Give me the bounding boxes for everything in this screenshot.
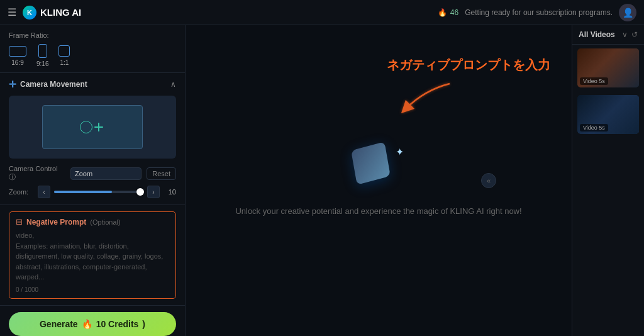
left-sidebar: Frame Ratio: 16:9 9:16 1:1 [0, 25, 186, 336]
negative-prompt-section: ⊟ Negative Prompt (Optional) video, Exam… [0, 205, 185, 305]
chevron-down-icon[interactable]: ∨ [622, 30, 628, 39]
arrow-svg [399, 81, 475, 118]
sparkle-icon: ✦ [396, 146, 404, 158]
negative-prompt-box[interactable]: ⊟ Negative Prompt (Optional) video, Exam… [9, 211, 176, 299]
zoom-thumb [136, 188, 144, 196]
frame-ratio-section: Frame Ratio: 16:9 9:16 1:1 [0, 25, 185, 73]
cube-shape [351, 142, 391, 185]
negative-placeholder-line1: video, [16, 232, 34, 239]
topnav: ☰ K KLING AI 🔥 46 Getting ready for our … [0, 0, 644, 25]
camera-preview [9, 96, 176, 159]
all-videos-label[interactable]: All Videos [579, 30, 615, 39]
generate-flame-icon: 🔥 [82, 319, 92, 329]
notification-text: Getting ready for our subscription progr… [465, 8, 613, 17]
right-sidebar-header: All Videos ∨ ↺ [572, 25, 644, 45]
empty-state: ✦ Unlock your creative potential and exp… [235, 146, 521, 216]
generate-credits: 10 Credits [96, 319, 139, 329]
video-thumbnail-2[interactable]: Video 5s [577, 95, 639, 134]
frame-ratio-label: Frame Ratio: [9, 31, 176, 39]
negative-icon: ⊟ [16, 217, 23, 227]
magic-cube-visual: ✦ [353, 146, 404, 196]
zoom-row: Zoom: ‹ › 10 [9, 186, 176, 198]
generate-label: Generate [40, 319, 78, 329]
camera-movement-section: ✛ Camera Movement ∧ Camera Control ⓘ Zoo… [0, 73, 185, 205]
negative-prompt-header: ⊟ Negative Prompt (Optional) [16, 217, 169, 227]
camera-preview-inner [42, 105, 143, 149]
ratio-icon-916 [38, 44, 47, 58]
ratio-916[interactable]: 9:16 [36, 44, 48, 67]
negative-counter: 0 / 1000 [16, 286, 169, 293]
ratio-169[interactable]: 16:9 [9, 46, 26, 66]
ratio-11[interactable]: 1:1 [58, 45, 70, 66]
ratio-icon-169 [9, 46, 26, 57]
credits-indicator: 🔥 46 [438, 8, 458, 17]
right-sidebar: All Videos ∨ ↺ Video 5s Video 5s [572, 25, 644, 336]
camera-movement-title: ✛ Camera Movement [9, 79, 87, 89]
negative-prompt-content: video, Examples: animation, blur, distor… [16, 230, 169, 283]
zoom-fill [54, 191, 112, 193]
unlock-text: Unlock your creative potential and exper… [235, 206, 521, 216]
collapse-camera-icon[interactable]: ∧ [170, 80, 176, 89]
center-area: ネガティブプロンプトを入力 ✦ Unlock your creati [186, 25, 572, 336]
camera-movement-label: Camera Movement [20, 80, 87, 89]
sidebar-icons: ∨ ↺ [622, 30, 638, 39]
avatar[interactable]: 👤 [619, 4, 636, 21]
logo-icon: K [23, 6, 36, 20]
annotation-arrow [399, 81, 475, 120]
section-header: ✛ Camera Movement ∧ [9, 79, 176, 89]
negative-optional-label: (Optional) [90, 218, 120, 226]
crosshair-circle [80, 121, 92, 133]
zoom-label: Zoom: [9, 188, 34, 196]
zoom-decrease-button[interactable]: ‹ [38, 186, 50, 198]
menu-icon[interactable]: ☰ [8, 6, 16, 18]
credits-count: 46 [450, 8, 458, 17]
annotation-text: ネガティブプロンプトを入力 [387, 57, 550, 74]
camera-control-row: Camera Control ⓘ Zoom Pan Tilt Reset [9, 165, 176, 182]
logo-text: KLING AI [40, 7, 81, 18]
reset-button[interactable]: Reset [147, 167, 176, 180]
video-thumbnail-1[interactable]: Video 5s [577, 48, 639, 87]
negative-prompt-label: Negative Prompt [26, 218, 86, 227]
ratio-icon-11 [58, 45, 70, 57]
info-icon: ⓘ [9, 173, 16, 181]
zoom-increase-button[interactable]: › [147, 186, 160, 198]
generate-paren: ) [142, 319, 145, 329]
main-layout: Frame Ratio: 16:9 9:16 1:1 [0, 25, 644, 336]
camera-control-label: Camera Control ⓘ [9, 165, 65, 182]
video-badge-1: Video 5s [580, 77, 608, 85]
ratio-label-11: 1:1 [60, 59, 69, 66]
frame-ratio-options: 16:9 9:16 1:1 [9, 44, 176, 67]
crosshair [92, 121, 105, 133]
annotation-area: ネガティブプロンプトを入力 [387, 57, 550, 74]
collapse-right-button[interactable]: « [481, 173, 496, 188]
zoom-track[interactable] [54, 191, 143, 193]
logo: K KLING AI [23, 6, 81, 20]
zoom-value: 10 [164, 188, 176, 196]
refresh-icon[interactable]: ↺ [631, 30, 638, 39]
generate-button[interactable]: Generate 🔥 10 Credits ) [9, 312, 176, 336]
camera-movement-icon: ✛ [9, 79, 16, 89]
generate-section: Generate 🔥 10 Credits ) Billing Details … [0, 305, 185, 337]
camera-control-select[interactable]: Zoom Pan Tilt [70, 167, 142, 180]
ratio-label-169: 16:9 [11, 59, 23, 66]
video-badge-2: Video 5s [580, 124, 608, 132]
negative-placeholder-line2: Examples: animation, blur, distortion, d… [16, 242, 163, 281]
flame-icon: 🔥 [438, 8, 447, 17]
ratio-label-916: 9:16 [36, 60, 48, 67]
